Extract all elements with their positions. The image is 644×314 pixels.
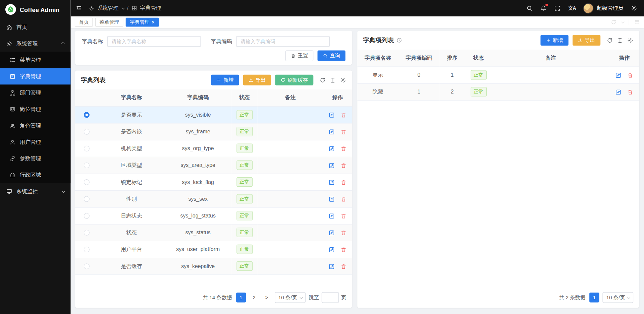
dict-name-input[interactable]: [107, 36, 201, 47]
row-radio[interactable]: [84, 129, 90, 135]
row-radio[interactable]: [84, 112, 90, 118]
table-row[interactable]: 是否缓存 sys_keepalive 正常: [75, 258, 352, 274]
row-radio[interactable]: [84, 247, 90, 252]
table-row[interactable]: 隐藏 1 2 正常: [357, 83, 639, 100]
jump-page-input[interactable]: [321, 292, 338, 303]
table-row[interactable]: 状态 sys_status 正常: [75, 224, 352, 241]
tab-menu-mgmt[interactable]: 菜单管理: [95, 18, 123, 27]
add-dict-item-button[interactable]: 新增: [540, 35, 568, 46]
edit-icon[interactable]: [329, 246, 335, 252]
delete-icon[interactable]: [340, 145, 346, 151]
refresh-cache-button[interactable]: 刷新缓存: [275, 75, 313, 85]
row-radio[interactable]: [84, 263, 90, 269]
table-settings-gear-icon[interactable]: [340, 77, 346, 83]
table-row[interactable]: 用户平台 sys_user_platform 正常: [75, 241, 352, 258]
row-radio[interactable]: [84, 179, 90, 185]
delete-icon[interactable]: [340, 129, 346, 135]
refresh-table-icon[interactable]: [320, 77, 326, 83]
delete-icon[interactable]: [627, 72, 633, 78]
page-size-select[interactable]: 10 条/页: [275, 292, 306, 303]
fullscreen-icon[interactable]: [554, 5, 561, 12]
edit-icon[interactable]: [615, 89, 622, 95]
edit-icon[interactable]: [329, 162, 335, 168]
language-switch-icon[interactable]: 文A: [568, 5, 576, 12]
dict-code-input[interactable]: [236, 36, 330, 47]
table-settings-gear-icon[interactable]: [627, 37, 633, 43]
edit-icon[interactable]: [329, 112, 335, 118]
sidebar-item-role-mgmt[interactable]: 角色管理: [0, 117, 71, 134]
table-row[interactable]: 机构类型 sys_org_type 正常: [75, 140, 352, 157]
delete-icon[interactable]: [627, 89, 633, 95]
edit-icon[interactable]: [329, 145, 335, 151]
sidebar-item-home[interactable]: 首页: [0, 19, 71, 35]
add-dict-button[interactable]: 新增: [211, 75, 239, 85]
content-fullscreen-icon[interactable]: [634, 19, 640, 25]
reset-button[interactable]: 重置: [285, 51, 313, 61]
query-button[interactable]: 查询: [318, 51, 345, 61]
tab-home[interactable]: 首页: [75, 18, 93, 27]
delete-icon[interactable]: [340, 213, 346, 219]
sidebar-item-dict-mgmt[interactable]: 字典管理: [0, 68, 71, 84]
table-row[interactable]: 性别 sys_sex 正常: [75, 190, 352, 207]
delete-icon[interactable]: [340, 112, 346, 118]
page-2-button[interactable]: 2: [249, 293, 259, 302]
table-row[interactable]: 锁定标记 sys_lock_flag 正常: [75, 174, 352, 190]
table-row[interactable]: 日志状态 sys_log_status 正常: [75, 207, 352, 224]
table-row[interactable]: 是否显示 sys_visible 正常: [75, 106, 352, 123]
refresh-tab-icon[interactable]: [611, 19, 616, 25]
table-row[interactable]: 是否内嵌 sys_frame 正常: [75, 123, 352, 140]
refresh-table-icon[interactable]: [607, 37, 613, 43]
row-radio[interactable]: [84, 196, 90, 202]
page-1-button[interactable]: 1: [236, 293, 246, 302]
delete-icon[interactable]: [340, 196, 346, 202]
tab-options-chevron-icon[interactable]: [622, 21, 624, 23]
table-row[interactable]: 区域类型 sys_area_type 正常: [75, 157, 352, 174]
sidebar-item-param-mgmt[interactable]: 参数管理: [0, 150, 71, 167]
info-icon[interactable]: [396, 37, 402, 43]
breadcrumb: 系统管理 / 字典管理: [89, 4, 161, 12]
edit-icon[interactable]: [329, 263, 335, 269]
column-settings-icon[interactable]: [617, 37, 623, 43]
sidebar-item-region-mgmt[interactable]: 行政区域: [0, 167, 71, 183]
edit-icon[interactable]: [329, 129, 335, 135]
delete-icon[interactable]: [340, 263, 346, 269]
row-radio[interactable]: [84, 213, 90, 219]
notifications-bell-icon[interactable]: [540, 5, 547, 12]
breadcrumb-level1[interactable]: 系统管理: [97, 4, 119, 12]
chevron-down-icon: [62, 190, 64, 192]
search-icon[interactable]: [526, 5, 533, 12]
settings-gear-icon[interactable]: [631, 5, 638, 12]
page-1-button[interactable]: 1: [589, 293, 599, 302]
row-radio[interactable]: [84, 230, 90, 236]
app-logo[interactable]: Coffee Admin: [0, 0, 71, 19]
sidebar-item-dept-mgmt[interactable]: 部门管理: [0, 84, 71, 101]
grid-icon: [131, 5, 137, 11]
user-menu[interactable]: 超级管理员: [583, 3, 624, 13]
row-radio[interactable]: [84, 146, 90, 151]
row-radio[interactable]: [84, 163, 90, 168]
sidebar-item-user-mgmt[interactable]: 用户管理: [0, 134, 71, 150]
edit-icon[interactable]: [329, 179, 335, 185]
sidebar-collapse-button[interactable]: [75, 5, 82, 12]
edit-icon[interactable]: [329, 230, 335, 236]
close-icon[interactable]: ×: [152, 19, 155, 25]
column-settings-icon[interactable]: [330, 77, 336, 83]
delete-icon[interactable]: [340, 230, 346, 236]
next-page-button[interactable]: >: [262, 293, 271, 302]
sidebar-item-sys-monitor[interactable]: 系统监控: [0, 183, 71, 199]
edit-icon[interactable]: [615, 72, 622, 78]
sidebar-item-system-mgmt[interactable]: 系统管理: [0, 35, 71, 52]
tab-dict-mgmt[interactable]: 字典管理 ×: [126, 18, 159, 27]
export-dict-button[interactable]: 导出: [243, 75, 271, 85]
delete-icon[interactable]: [340, 246, 346, 252]
page-size-select[interactable]: 10 条/页: [603, 292, 634, 303]
export-dict-item-button[interactable]: 导出: [573, 35, 600, 46]
delete-icon[interactable]: [340, 179, 346, 185]
chevron-down-icon: [300, 296, 303, 299]
delete-icon[interactable]: [340, 162, 346, 168]
table-row[interactable]: 显示 0 1 正常: [357, 66, 639, 83]
sidebar-item-menu-mgmt[interactable]: 菜单管理: [0, 52, 71, 68]
edit-icon[interactable]: [329, 213, 335, 219]
sidebar-item-post-mgmt[interactable]: 岗位管理: [0, 101, 71, 117]
edit-icon[interactable]: [329, 196, 335, 202]
